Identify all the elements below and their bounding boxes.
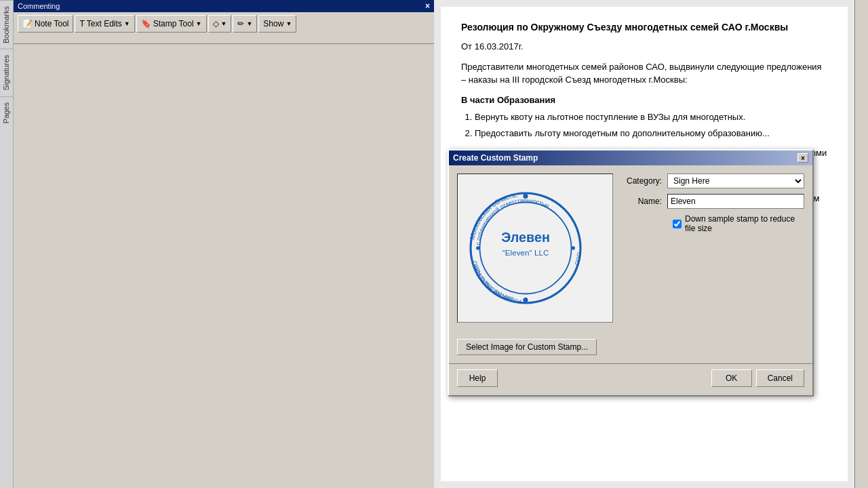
name-input[interactable] <box>667 194 804 209</box>
select-image-row: Select Image for Custom Stamp... <box>457 333 804 355</box>
svg-point-12 <box>572 246 575 249</box>
text-edits-caret: ▼ <box>124 20 130 27</box>
text-icon: T <box>79 19 84 28</box>
downsample-label: Down sample stamp to reduce file size <box>685 214 804 233</box>
shape-tool-btn[interactable]: ◇ ▼ <box>208 15 232 33</box>
sidebar-tab-bookmarks[interactable]: Bookmarks <box>0 0 13 49</box>
shape-icon: ◇ <box>213 19 219 28</box>
text-edits-btn[interactable]: T Text Edits ▼ <box>75 15 134 33</box>
text-edits-label: Text Edits <box>87 19 122 28</box>
create-stamp-dialog: Create Custom Stamp × <box>448 149 814 396</box>
show-caret: ▼ <box>285 20 292 27</box>
category-row: Category: Sign HereStandard BusinessDyna… <box>620 174 804 188</box>
doc-date: От 16.03.2017г. <box>461 40 827 54</box>
toolbar-close-btn[interactable]: × <box>425 1 430 11</box>
toolbar: Commenting × 📝 Note Tool T Text Edits ▼ … <box>14 0 434 44</box>
toolbar-buttons: 📝 Note Tool T Text Edits ▼ 🔖 Stamp Tool … <box>14 12 434 35</box>
shape-caret: ▼ <box>221 20 227 27</box>
select-image-btn[interactable]: Select Image for Custom Stamp... <box>457 339 597 355</box>
sidebar-tab-signatures[interactable]: Signatures <box>0 49 13 96</box>
dialog-footer: Help OK Cancel <box>449 363 812 395</box>
stamp-tool-btn[interactable]: 🔖 Stamp Tool ▼ <box>136 15 207 33</box>
note-tool-btn[interactable]: 📝 Note Tool <box>18 15 73 33</box>
note-icon: 📝 <box>22 19 33 28</box>
doc-title: Резолюция по Окружному Съезду многодетны… <box>461 20 827 35</box>
svg-text:Элевен: Элевен <box>501 230 550 245</box>
right-scrollbar[interactable] <box>854 0 868 488</box>
list-item: Вернуть квоту на льготное поступление в … <box>475 110 827 124</box>
dialog-titlebar: Create Custom Stamp × <box>449 150 812 165</box>
checkbox-row: Down sample stamp to reduce file size <box>673 214 804 233</box>
dialog-preview-row: Московская область, с ограниченной ответ… <box>457 174 804 331</box>
stamp-svg: Московская область, с ограниченной ответ… <box>465 187 587 309</box>
dialog-title: Create Custom Stamp <box>453 153 538 163</box>
help-btn[interactable]: Help <box>457 369 498 387</box>
dialog-body: Московская область, с ограниченной ответ… <box>449 165 812 363</box>
stamp-icon: 🔖 <box>141 19 151 28</box>
show-label: Show <box>263 19 283 28</box>
draw-caret: ▼ <box>246 20 252 27</box>
name-label: Name: <box>620 197 667 206</box>
downsample-checkbox[interactable] <box>673 220 682 228</box>
draw-icon: ✏ <box>237 19 244 28</box>
draw-tool-btn[interactable]: ✏ ▼ <box>233 15 257 33</box>
list-item: Предоставить льготу многодетным по допол… <box>475 127 827 140</box>
dialog-fields: Category: Sign HereStandard BusinessDyna… <box>613 174 804 239</box>
svg-point-11 <box>476 246 479 249</box>
toolbar-title: Commenting <box>18 2 60 10</box>
doc-section1: В части Образования <box>461 94 827 107</box>
doc-list-top: Вернуть квоту на льготное поступление в … <box>461 110 827 140</box>
cancel-btn[interactable]: Cancel <box>756 369 804 387</box>
show-btn[interactable]: Show ▼ <box>258 15 296 33</box>
ok-btn[interactable]: OK <box>711 369 752 387</box>
note-tool-label: Note Tool <box>35 19 68 28</box>
toolbar-titlebar: Commenting × <box>14 0 434 12</box>
category-label: Category: <box>620 176 667 186</box>
stamp-tool-caret: ▼ <box>196 20 202 27</box>
category-select[interactable]: Sign HereStandard BusinessDynamic <box>667 174 804 188</box>
footer-left: Help <box>457 369 498 387</box>
svg-text:"Eleven" LLC: "Eleven" LLC <box>502 248 549 257</box>
doc-intro: Представители многодетных семей районов … <box>461 60 827 87</box>
dialog-close-btn[interactable]: × <box>797 153 808 163</box>
name-row: Name: <box>620 194 804 209</box>
stamp-tool-label: Stamp Tool <box>153 19 194 28</box>
main-content <box>14 44 434 488</box>
dialog-preview-area: Московская область, с ограниченной ответ… <box>457 174 613 323</box>
sidebar-tab-pages[interactable]: Pages <box>0 96 13 129</box>
left-sidebar: Bookmarks Signatures Pages <box>0 0 14 488</box>
footer-right: OK Cancel <box>711 369 804 387</box>
